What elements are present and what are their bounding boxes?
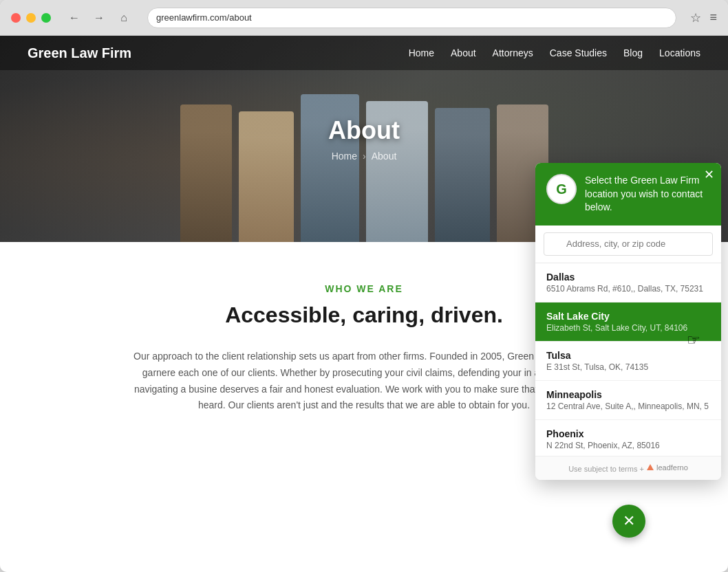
nav-home[interactable]: Home [409, 47, 434, 58]
breadcrumb-separator: › [363, 151, 366, 162]
hero-title: About [328, 116, 400, 145]
location-item-dallas[interactable]: Dallas 6510 Abrams Rd, #610,, Dallas, TX… [535, 263, 721, 302]
minimize-traffic-light[interactable] [26, 13, 36, 23]
nav-blog[interactable]: Blog [623, 47, 643, 58]
back-button[interactable]: ← [65, 8, 84, 28]
location-list: Dallas 6510 Abrams Rd, #610,, Dallas, TX… [535, 263, 721, 456]
website: Green Law Firm Home About Attorneys Case… [0, 36, 728, 572]
footer-text: Use subject to terms [568, 465, 637, 473]
hero-text: About Home › About [328, 116, 400, 162]
nav-locations[interactable]: Locations [659, 47, 700, 58]
browser-frame: ← → ⌂ ☆ ≡ Green Law Firm Home About Atto… [0, 0, 728, 572]
popup-header: G Select the Green Law Firm location you… [535, 163, 721, 226]
nav-about[interactable]: About [451, 47, 476, 58]
location-name-salt-lake-city: Salt Lake City [546, 311, 710, 322]
nav-attorneys[interactable]: Attorneys [493, 47, 533, 58]
svg-marker-0 [647, 464, 654, 470]
breadcrumb-home[interactable]: Home [332, 151, 357, 162]
location-item-phoenix[interactable]: Phoenix N 22nd St, Phoenix, AZ, 85016 [535, 420, 721, 456]
home-button[interactable]: ⌂ [114, 8, 133, 28]
location-item-salt-lake-city[interactable]: Salt Lake City Elizabeth St, Salt Lake C… [535, 302, 721, 342]
person-2 [239, 111, 294, 242]
location-search-input[interactable] [544, 232, 713, 256]
forward-button[interactable]: → [89, 8, 109, 28]
browser-actions: ☆ ≡ [690, 10, 717, 25]
location-name-minneapolis: Minneapolis [546, 389, 710, 400]
bookmark-icon[interactable]: ☆ [690, 10, 701, 25]
close-traffic-light[interactable] [11, 13, 21, 23]
breadcrumb-current: About [372, 151, 397, 162]
nav-case-studies[interactable]: Case Studies [550, 47, 607, 58]
leadferno-text: leadferno [656, 463, 688, 472]
footer-terms-symbol: + [639, 465, 645, 473]
browser-content: Green Law Firm Home About Attorneys Case… [0, 36, 728, 572]
section-body-text: Our approach to the client relationship … [123, 349, 605, 414]
location-address-tulsa: E 31st St, Tulsa, OK, 74135 [546, 362, 710, 372]
location-name-phoenix: Phoenix [546, 428, 710, 439]
browser-nav: ← → ⌂ [65, 8, 133, 28]
breadcrumb: Home › About [328, 151, 400, 162]
person-1 [180, 104, 232, 242]
popup-logo: G [546, 174, 577, 204]
site-nav: Green Law Firm Home About Attorneys Case… [0, 36, 728, 70]
location-address-dallas: 6510 Abrams Rd, #610,, Dallas, TX, 75231 [546, 284, 710, 294]
popup-close-button[interactable]: ✕ [704, 168, 714, 181]
popup-header-text: Select the Green Law Firm location you w… [585, 174, 710, 214]
floating-close-icon: ✕ [623, 512, 635, 530]
leadferno-icon [646, 463, 654, 472]
maximize-traffic-light[interactable] [41, 13, 51, 23]
floating-close-button[interactable]: ✕ [612, 505, 645, 538]
address-bar[interactable] [147, 8, 676, 28]
popup-search-area: 🔍 [535, 226, 721, 263]
location-address-phoenix: N 22nd St, Phoenix, AZ, 85016 [546, 441, 710, 450]
location-item-minneapolis[interactable]: Minneapolis 12 Central Ave, Suite A,, Mi… [535, 381, 721, 420]
location-item-tulsa[interactable]: Tulsa E 31st St, Tulsa, OK, 74135 [535, 342, 721, 381]
popup-footer: Use subject to terms + leadferno [535, 456, 721, 480]
browser-titlebar: ← → ⌂ ☆ ≡ [0, 0, 728, 36]
person-5 [435, 108, 490, 242]
search-wrapper: 🔍 [544, 232, 713, 256]
location-address-minneapolis: 12 Central Ave, Suite A,, Minneapolis, M… [546, 402, 710, 411]
location-name-tulsa: Tulsa [546, 350, 710, 361]
traffic-lights [11, 13, 51, 23]
nav-links: Home About Attorneys Case Studies Blog L… [409, 47, 700, 58]
menu-icon[interactable]: ≡ [709, 10, 717, 25]
location-popup: G Select the Green Law Firm location you… [535, 163, 721, 480]
location-address-salt-lake-city: Elizabeth St, Salt Lake City, UT, 84106 [546, 323, 710, 333]
location-name-dallas: Dallas [546, 272, 710, 283]
site-logo: Green Law Firm [28, 45, 409, 61]
leadferno-brand: leadferno [646, 463, 688, 472]
